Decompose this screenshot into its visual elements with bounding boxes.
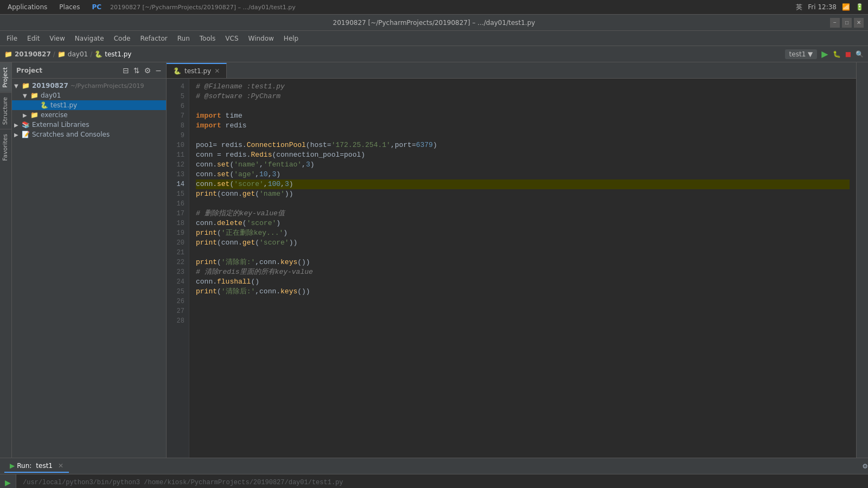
run-tab-close[interactable]: ✕: [58, 462, 63, 470]
maximize-button[interactable]: □: [842, 18, 852, 28]
code-line-8: import redis: [196, 121, 850, 131]
menu-run[interactable]: Run: [173, 33, 194, 44]
pycharm-taskbar-icon[interactable]: PC: [88, 2, 105, 12]
file-icon: 🐍: [94, 50, 103, 58]
run-tab-label: Run:: [17, 462, 31, 470]
code-line-22: print('清除前:',conn.keys()): [196, 258, 850, 267]
run-panel: ▶ ■ ↓ ≡ 📌 🖨 🗑 /usr/local/python3/bin/pyt…: [0, 474, 868, 488]
menu-view[interactable]: View: [45, 33, 69, 44]
hide-panel-icon[interactable]: −: [155, 66, 162, 75]
folder-icon: 📁: [58, 50, 66, 58]
code-line-4: # @Filename :test1.py: [196, 82, 850, 92]
applications-menu[interactable]: Applications: [4, 2, 50, 12]
menu-tools[interactable]: Tools: [195, 33, 220, 44]
tree-day01[interactable]: ▼ 📁 day01: [12, 91, 166, 100]
menu-vcs[interactable]: VCS: [221, 33, 242, 44]
code-line-28: [196, 316, 850, 326]
run-button[interactable]: ▶: [821, 49, 828, 59]
window-title: 20190827 [~/PycharmProjects/20190827] – …: [333, 19, 535, 27]
editor-content[interactable]: 4 5 6 7 8 9 10 11 12 13 14 15 16 17 18 1…: [167, 79, 856, 458]
tree-test1[interactable]: 🐍 test1.py: [12, 100, 166, 110]
tab-bar: 🐍 test1.py ✕: [167, 62, 856, 79]
bottom-tab-bar: ▶ Run: test1 ✕ ⚙: [0, 458, 868, 474]
run-tab[interactable]: ▶ Run: test1 ✕: [4, 460, 69, 473]
menu-navigate[interactable]: Navigate: [71, 33, 108, 44]
run-gear-icon[interactable]: ⚙: [862, 463, 868, 470]
code-line-16: [196, 199, 850, 209]
run-config-selector[interactable]: test1 ▼: [785, 49, 818, 59]
rerun-button[interactable]: ▶: [2, 477, 14, 488]
run-output: /usr/local/python3/bin/python3 /home/kio…: [16, 474, 868, 488]
system-bar: Applications Places PC 20190827 [~/Pycha…: [0, 0, 868, 15]
tab-close-button[interactable]: ✕: [214, 67, 220, 75]
code-line-27: [196, 306, 850, 316]
tree-scratches[interactable]: ▶ 📝 Scratches and Consoles: [12, 130, 166, 139]
project-tree: ▼ 📁 20190827 ~/PycharmProjects/2019 ▼ 📁 …: [12, 79, 166, 458]
code-line-10: pool= redis.ConnectionPool(host='172.25.…: [196, 140, 850, 150]
code-line-9: [196, 131, 850, 140]
tree-ext-libs[interactable]: ▶ 📚 External Libraries: [12, 120, 166, 130]
collapse-all-icon[interactable]: ⊟: [123, 66, 129, 75]
scratches-label: Scratches and Consoles: [32, 131, 110, 138]
close-button[interactable]: ✕: [854, 18, 864, 28]
bottom-panel: ▶ Run: test1 ✕ ⚙ ▶ ■ ↓ ≡ 📌 🖨 🗑 /usr/loca…: [0, 458, 868, 488]
menu-code[interactable]: Code: [110, 33, 135, 44]
code-line-17: # 删除指定的key-value值: [196, 209, 850, 219]
editor-area: 🐍 test1.py ✕ 4 5 6 7 8 9 10 11 12 13 14 …: [167, 62, 856, 458]
menu-help[interactable]: Help: [279, 33, 303, 44]
breadcrumb-bar: 📁 20190827 / 📁 day01 / 🐍 test1.py test1 …: [0, 46, 868, 62]
favorites-tab[interactable]: Favorites: [0, 129, 11, 165]
clock-display: Fri 12:38: [808, 3, 837, 11]
exercise-label: exercise: [41, 111, 68, 119]
menu-window[interactable]: Window: [244, 33, 278, 44]
menu-edit[interactable]: Edit: [23, 33, 44, 44]
code-line-25: print('清除后:',conn.keys()): [196, 287, 850, 297]
debug-button[interactable]: 🐛: [833, 50, 841, 58]
line-numbers: 4 5 6 7 8 9 10 11 12 13 14 15 16 17 18 1…: [167, 79, 189, 458]
code-line-18: conn.delete('score'): [196, 219, 850, 228]
code-line-23: # 清除redis里面的所有key-value: [196, 267, 850, 277]
tree-exercise[interactable]: ▶ 📁 exercise: [12, 110, 166, 120]
code-line-6: [196, 101, 850, 111]
search-button[interactable]: 🔍: [856, 50, 864, 58]
code-line-13: conn.set('age',10,3): [196, 170, 850, 179]
language-indicator[interactable]: 英: [796, 3, 802, 12]
code-line-26: [196, 297, 850, 306]
settings-icon[interactable]: ⚙: [144, 66, 151, 75]
output-cmd-line: /usr/local/python3/bin/python3 /home/kio…: [23, 478, 861, 487]
code-line-19: print('正在删除key...'): [196, 228, 850, 238]
structure-tab[interactable]: Structure: [0, 92, 11, 129]
tree-root[interactable]: ▼ 📁 20190827 ~/PycharmProjects/2019: [12, 81, 166, 91]
project-panel-title: Project: [16, 67, 118, 74]
project-tab[interactable]: Project: [0, 62, 11, 92]
test1-label: test1.py: [50, 101, 77, 109]
menu-refactor[interactable]: Refactor: [136, 33, 171, 44]
code-line-24: conn.flushall(): [196, 277, 850, 287]
title-bar: 20190827 [~/PycharmProjects/20190827] – …: [0, 15, 868, 31]
menu-file[interactable]: File: [2, 33, 22, 44]
code-line-14: conn.set('score',100,3): [196, 179, 850, 189]
stop-button[interactable]: ■: [845, 50, 851, 58]
breadcrumb-file[interactable]: test1.py: [105, 50, 131, 58]
code-line-20: print(conn.get('score')): [196, 238, 850, 248]
tab-label: test1.py: [184, 67, 211, 75]
editor-tab-test1[interactable]: 🐍 test1.py ✕: [167, 63, 227, 78]
tab-file-icon: 🐍: [173, 67, 181, 75]
battery-icon: 🔋: [856, 3, 864, 11]
minimize-button[interactable]: −: [830, 18, 840, 28]
code-line-7: import time: [196, 111, 850, 121]
code-area[interactable]: # @Filename :test1.py # @software :PyCha…: [189, 79, 856, 458]
system-clock: 英 Fri 12:38 📶 🔋: [796, 3, 864, 12]
window-controls: − □ ✕: [830, 18, 864, 28]
places-menu[interactable]: Places: [56, 2, 83, 12]
code-line-5: # @software :PyCharm: [196, 92, 850, 101]
project-panel: Project ⊟ ⇅ ⚙ − ▼ 📁 20190827 ~/PycharmPr…: [12, 62, 167, 458]
code-line-15: print(conn.get('name')): [196, 189, 850, 199]
breadcrumb-project[interactable]: 20190827: [15, 50, 51, 58]
code-line-12: conn.set('name','fentiao',3): [196, 160, 850, 170]
code-line-11: conn = redis.Redis(connection_pool=pool): [196, 150, 850, 160]
run-config-label: test1: [36, 462, 53, 470]
sort-icon[interactable]: ⇅: [133, 66, 140, 75]
run-tab-icon: ▶: [10, 462, 15, 470]
breadcrumb-folder[interactable]: day01: [68, 50, 88, 58]
